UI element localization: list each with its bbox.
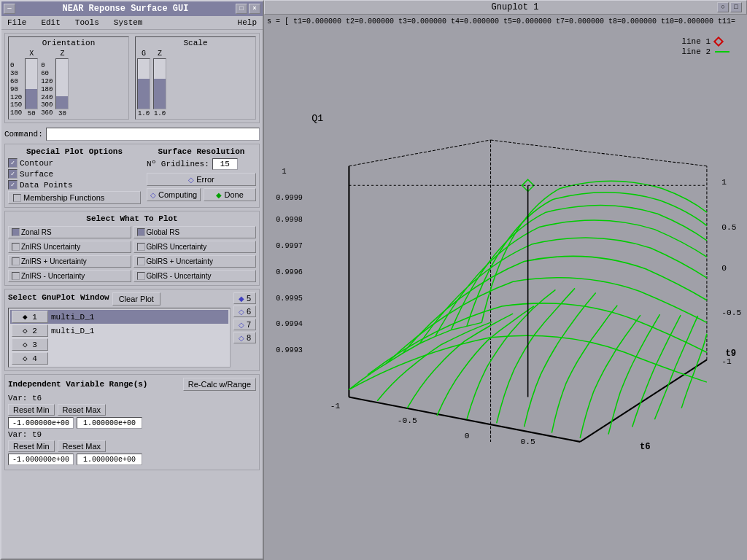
menu-system[interactable]: System <box>111 18 146 28</box>
window-item-3[interactable]: ◇ 3 <box>10 338 228 351</box>
gblrs-minus-label: GblRS - Uncertainty <box>147 272 212 280</box>
window-item-2[interactable]: ◇ 2 multi_D_1 <box>10 324 228 338</box>
znlrs-plus-button[interactable]: ZnlRS + Uncertainty <box>8 255 131 268</box>
error-button[interactable]: ◇ Error <box>147 173 256 186</box>
command-label: Command: <box>4 130 43 139</box>
var-t6-max-input[interactable] <box>77 417 142 429</box>
gnuplot-win-buttons: ○ □ <box>717 2 742 12</box>
minimize-button[interactable]: ─ <box>4 4 15 14</box>
svg-text:0.5: 0.5 <box>721 223 736 232</box>
menu-edit[interactable]: Edit <box>38 18 63 28</box>
var-t6-label: Var: t6 <box>8 394 256 402</box>
var-t9-row: Var: t9 Reset Min Reset Max <box>8 430 256 465</box>
z-value: 30 <box>58 110 66 117</box>
computing-diamond-icon: ◇ <box>150 191 156 199</box>
gblrs-plus-button[interactable]: GblRS + Uncertainty <box>133 255 257 268</box>
recalc-button[interactable]: Re-Calc w/Range <box>183 378 256 391</box>
gridlines-input[interactable] <box>212 158 238 170</box>
scale-z-slider-col: Z 1.0 <box>153 50 166 117</box>
membership-label: Membership Functions <box>23 193 104 202</box>
gnuplot-min-button[interactable]: ○ <box>717 2 729 12</box>
svg-text:0.9999: 0.9999 <box>276 193 303 202</box>
plot-area: line 1 line 2 Q1 1 0.9999 <box>267 28 744 557</box>
window-8-button[interactable]: ◇ 8 <box>233 332 256 343</box>
window-6-button[interactable]: ◇ 6 <box>233 306 256 317</box>
gblrs-unc-check <box>137 243 145 251</box>
command-input[interactable] <box>46 128 260 141</box>
gblrs-plus-check <box>137 257 145 265</box>
window-num-2: ◇ 2 <box>12 324 48 337</box>
contour-row: Contour <box>8 158 141 168</box>
orientation-sliders: 0 30 60 90 120 150 180 X <box>10 50 127 117</box>
var-t9-reset-max[interactable]: Reset Max <box>58 440 107 452</box>
svg-rect-0 <box>267 99 744 486</box>
var-t6-reset-max[interactable]: Reset Max <box>58 404 107 416</box>
window-item-4[interactable]: ◇ 4 <box>10 351 228 365</box>
window6-num: 6 <box>247 307 251 316</box>
select-gnuplot-title: Select GnuPlot Window <box>8 293 109 302</box>
plot-options-left: Special Plot Options Contour Surface Dat… <box>8 147 141 204</box>
global-rs-button[interactable]: Global RS <box>133 226 257 238</box>
var-t9-max-input[interactable] <box>77 454 142 465</box>
znlrs-uncertainty-button[interactable]: ZnlRS Uncertainty <box>8 241 131 253</box>
window-7-button[interactable]: ◇ 7 <box>233 319 256 330</box>
menu-help[interactable]: Help <box>235 18 260 28</box>
menu-file[interactable]: File <box>4 18 29 28</box>
scale-z-slider[interactable] <box>153 58 166 109</box>
window-name-2: multi_D_1 <box>51 327 94 335</box>
clear-plot-button[interactable]: Clear Plot <box>112 292 160 306</box>
maximize-button[interactable]: □ <box>236 4 247 14</box>
special-plot-title: Special Plot Options <box>8 147 141 156</box>
window-item-1[interactable]: ◆ 1 multi_D_1 <box>10 310 228 324</box>
surface-checkbox[interactable] <box>8 169 18 179</box>
z1-numbers: 0 60 120 180 240 300 360 <box>41 62 53 117</box>
scale-z-label: Z <box>158 50 162 58</box>
znlrs-unc-check <box>12 243 20 251</box>
var-t9-min-input[interactable] <box>8 454 74 465</box>
var-t9-reset-min[interactable]: Reset Min <box>8 440 55 452</box>
zonal-rs-button[interactable]: Zonal RS <box>8 226 131 238</box>
menu-tools[interactable]: Tools <box>72 18 102 28</box>
gblrs-uncertainty-button[interactable]: GblRS Uncertainty <box>133 241 257 253</box>
z-slider[interactable] <box>55 58 69 109</box>
membership-functions-button[interactable]: Membership Functions <box>8 191 141 204</box>
znlrs-minus-button[interactable]: ZnlRS - Uncertainty <box>8 270 131 282</box>
svg-text:1: 1 <box>721 178 727 187</box>
x-value: 50 <box>28 110 36 117</box>
special-plot-section: Special Plot Options Contour Surface Dat… <box>4 144 260 208</box>
plot-legend: line 1 line 2 <box>681 36 729 58</box>
contour-checkbox[interactable] <box>8 158 18 168</box>
var-t6-min-input[interactable] <box>8 417 74 429</box>
done-label: Done <box>224 190 243 199</box>
computing-button[interactable]: ◇ Computing <box>147 188 201 201</box>
contour-label: Contour <box>20 159 53 168</box>
zonal-rs-check <box>12 228 20 236</box>
close-button[interactable]: × <box>249 4 260 14</box>
datapoints-checkbox[interactable] <box>8 180 18 190</box>
window5-diamond: ◆ <box>239 295 244 303</box>
g-slider[interactable] <box>137 58 150 109</box>
done-button[interactable]: ◆ Done <box>204 188 256 201</box>
legend-item-1: line 1 <box>681 37 729 46</box>
legend-line-icon <box>715 51 729 52</box>
window-5-button[interactable]: ◆ 5 <box>233 292 256 304</box>
legend-item-2: line 2 <box>681 47 729 56</box>
computing-label: Computing <box>158 190 197 199</box>
menu-bar: File Edit Tools System Help <box>1 16 263 30</box>
g-value: 1.0 <box>138 110 150 117</box>
z-slider-col: Z 30 <box>55 50 69 117</box>
y-axis-label: Q1 <box>311 113 323 124</box>
znlrs-minus-check <box>12 272 20 280</box>
x-slider[interactable] <box>25 58 38 109</box>
orientation-box: Orientation 0 30 60 90 120 150 180 <box>8 36 129 120</box>
svg-text:0.9994: 0.9994 <box>276 319 303 328</box>
window-num-4: ◇ 4 <box>12 352 48 365</box>
z-axis-label: Z <box>60 50 64 58</box>
gnuplot-max-button[interactable]: □ <box>730 2 742 12</box>
select-what-section: Select What To Plot Zonal RS Global RS Z… <box>4 211 260 286</box>
scale-sliders: G 1.0 Z 1.0 <box>137 50 254 117</box>
znlrs-unc-label: ZnlRS Uncertainty <box>21 243 80 251</box>
params-bar: s = [ t1=0.000000 t2=0.000000 t3=0.00000… <box>267 18 744 26</box>
gblrs-minus-button[interactable]: GblRS - Uncertainty <box>133 270 257 282</box>
var-t6-reset-min[interactable]: Reset Min <box>8 404 55 416</box>
